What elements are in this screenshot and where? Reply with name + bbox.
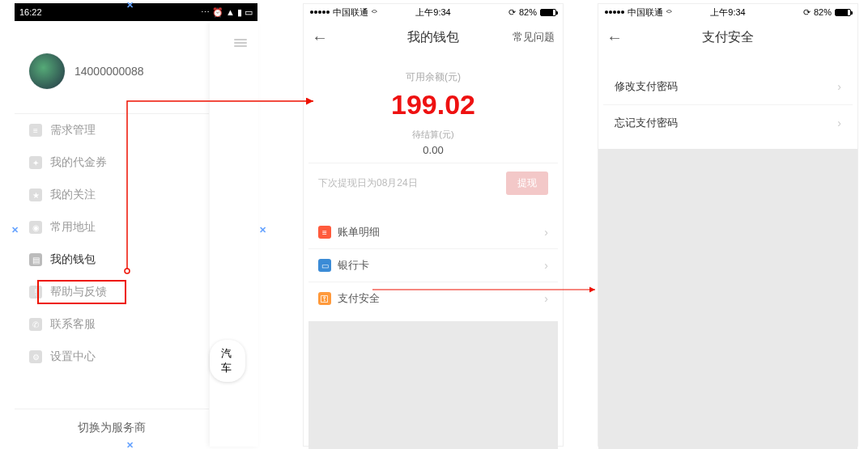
chevron-right-icon: › [837,116,841,129]
avatar[interactable] [29,53,65,89]
underlying-page-peek[interactable]: 汽车 [210,21,258,447]
profile-block[interactable]: 14000000088 [15,21,209,113]
battery-icon [835,9,851,16]
rotation-lock-icon: ⟳ [508,7,516,18]
gear-icon: ⚙ [29,350,42,363]
chevron-right-icon: › [837,80,841,93]
carrier-label: 中国联通 [628,6,663,19]
screen-profile-drawer: 16:22 ⋯ ⏰ ▲ ▮ ▭ 14000000088 ≡需求管理 ✦我的代金券… [15,3,257,447]
sidebar-item-wallet[interactable]: ▤我的钱包 [15,244,209,276]
status-indicators: ⋯ ⏰ ▲ ▮ ▭ [201,7,253,18]
navbar: ← 我的钱包 常见问题 [304,20,563,54]
sidebar-item-settings[interactable]: ⚙设置中心 [15,341,209,373]
security-menu-list: 修改支付密码 › 忘记支付密码 › [603,69,853,141]
battery-pct: 82% [814,7,832,17]
balance-amount: 199.02 [308,89,558,121]
wallet-menu-list: ≡账单明细 › ▭银行卡 › ⚿支付安全 › [308,216,558,315]
sidebar-item-label: 帮助与反馈 [50,285,107,299]
pin-icon: ◉ [29,221,42,234]
sidebar-item-follow[interactable]: ★我的关注 [15,179,209,211]
wallet-icon: ▤ [29,253,42,266]
drawer-menu: ≡需求管理 ✦我的代金券 ★我的关注 ◉常用地址 ▤我的钱包 !帮助与反馈 ✆联… [15,113,209,373]
drawer-sidebar: 14000000088 ≡需求管理 ✦我的代金券 ★我的关注 ◉常用地址 ▤我的… [15,21,209,447]
sidebar-item-demand[interactable]: ≡需求管理 [15,114,209,146]
navbar: ← 支付安全 [598,20,857,54]
chevron-right-icon: › [544,226,548,239]
statusbar: 16:22 ⋯ ⏰ ▲ ▮ ▭ [15,3,257,21]
sidebar-item-address[interactable]: ◉常用地址 [15,211,209,244]
phone-icon: ✆ [29,318,42,331]
list-item-bill[interactable]: ≡账单明细 › [308,216,558,249]
crop-mark: ✕ [259,225,266,235]
withdraw-hint: 下次提现日为08月24日 [318,176,418,190]
sidebar-item-label: 联系客服 [50,317,96,332]
withdraw-row: 下次提现日为08月24日 提现 [308,163,558,203]
screen-payment-security: 中国联通⌔ 上午9:34 ⟳82% ← 支付安全 修改支付密码 › 忘记支付密码… [598,3,858,447]
carrier-label: 中国联通 [333,6,368,19]
list-item-label: 修改支付密码 [615,79,678,94]
profile-phone: 14000000088 [74,65,144,78]
list-icon: ≡ [29,124,42,137]
sidebar-item-label: 我的代金券 [50,155,107,170]
sidebar-item-label: 常用地址 [50,220,96,235]
list-item-bankcard[interactable]: ▭银行卡 › [308,249,558,282]
sidebar-item-label: 我的钱包 [50,252,96,267]
sidebar-item-coupon[interactable]: ✦我的代金券 [15,146,209,179]
star-icon: ★ [29,188,42,201]
sidebar-item-label: 我的关注 [50,188,96,202]
sidebar-item-label: 设置中心 [50,349,96,364]
rotation-lock-icon: ⟳ [803,7,811,18]
list-item-change-password[interactable]: 修改支付密码 › [603,69,853,105]
list-item-label: 银行卡 [338,258,369,273]
signal-dots-icon [605,11,624,14]
drawer-footer-switch[interactable]: 切换为服务商 [15,409,209,447]
battery-pct: 82% [519,7,537,17]
faq-link[interactable]: 常见问题 [513,30,555,44]
statusbar: 中国联通⌔ 上午9:34 ⟳82% [304,4,563,20]
battery-icon [540,9,556,16]
wifi-icon: ⌔ [666,7,672,17]
empty-area [308,321,558,449]
list-item-label: 账单明细 [338,225,380,239]
page-title: 我的钱包 [407,29,459,46]
wifi-icon: ▲ [226,7,235,17]
balance-card: 可用余额(元) 199.02 待结算(元) 0.00 下次提现日为08月24日 … [308,59,558,210]
pending-label: 待结算(元) [308,129,558,141]
list-item-label: 忘记支付密码 [615,116,678,130]
status-time: 16:22 [19,7,42,17]
hamburger-icon[interactable] [234,37,247,49]
withdraw-button[interactable]: 提现 [506,172,548,195]
chevron-right-icon: › [544,292,548,305]
list-item-security[interactable]: ⚿支付安全 › [308,282,558,315]
list-item-label: 支付安全 [338,291,380,306]
empty-area [598,149,857,449]
screen-wallet: 中国联通⌔ 上午9:34 ⟳82% ← 我的钱包 常见问题 可用余额(元) 19… [303,3,564,447]
chevron-right-icon: › [544,259,548,272]
pending-amount: 0.00 [308,144,558,156]
receipt-icon: ≡ [318,226,331,239]
balance-label: 可用余额(元) [308,70,558,84]
card-icon: ▭ [318,259,331,272]
key-icon: ⚿ [318,292,331,305]
statusbar: 中国联通⌔ 上午9:34 ⟳82% [598,4,857,20]
alarm-icon: ⏰ [212,7,223,18]
list-item-forgot-password[interactable]: 忘记支付密码 › [603,105,853,141]
wifi-icon: ⌔ [372,7,377,17]
back-button[interactable]: ← [606,28,623,47]
page-title: 支付安全 [702,29,754,46]
category-chip[interactable]: 汽车 [210,340,245,382]
signal-dots-icon [310,11,330,14]
signal-icon: ▮ [237,7,242,18]
sidebar-item-help[interactable]: !帮助与反馈 [15,276,209,308]
ellipsis-icon: ⋯ [201,7,210,18]
info-icon: ! [29,286,42,299]
sidebar-item-label: 需求管理 [50,123,96,138]
ticket-icon: ✦ [29,156,42,169]
sidebar-item-contact[interactable]: ✆联系客服 [15,308,209,341]
back-button[interactable]: ← [312,28,328,47]
battery-icon: ▭ [245,7,253,18]
